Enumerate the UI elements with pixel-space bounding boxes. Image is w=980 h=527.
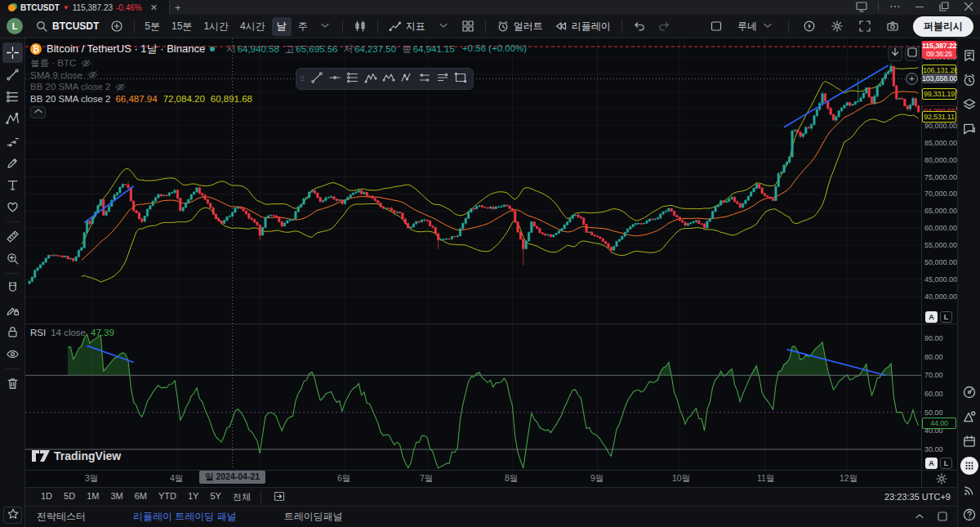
rectangle-icon[interactable] <box>452 70 470 88</box>
horizontal-line-icon[interactable] <box>326 70 344 88</box>
window-minimize-button[interactable] <box>908 0 931 15</box>
quick-search-button[interactable] <box>797 17 822 35</box>
timeframe-15분[interactable]: 15분 <box>167 17 197 36</box>
log-scale-button[interactable]: L <box>940 311 952 323</box>
long-position-icon[interactable] <box>416 70 434 88</box>
crosshair-tool[interactable] <box>2 42 23 63</box>
bottom-tab[interactable]: 전략테스터 <box>37 510 86 524</box>
clock-utc[interactable]: 23:23:35 UTC+9 <box>884 492 952 502</box>
range-전체[interactable]: 전체 <box>228 489 256 505</box>
short-position-icon[interactable] <box>434 70 452 88</box>
settings-button[interactable] <box>825 17 849 35</box>
drawing-lock-tool[interactable] <box>2 300 23 320</box>
range-6M[interactable]: 6M <box>130 489 152 505</box>
favorites-star-button[interactable] <box>3 507 22 524</box>
go-to-date-button[interactable] <box>273 489 286 504</box>
calendar-icon[interactable] <box>960 432 978 450</box>
timeframe-5분[interactable]: 5분 <box>140 17 165 36</box>
supercharts-icon[interactable] <box>960 383 978 401</box>
watchlist-icon[interactable] <box>960 47 978 65</box>
xabcd-pattern-tool[interactable] <box>2 109 23 129</box>
chat-icon[interactable] <box>960 120 978 138</box>
scroll-to-recent-button[interactable] <box>888 47 902 61</box>
symbol-search-button[interactable]: BTCUSDT <box>29 17 105 35</box>
bottom-tab[interactable]: 리플레이 트레이딩 패널 <box>133 510 237 524</box>
redo-button[interactable] <box>652 17 676 35</box>
brush-tool[interactable] <box>2 153 23 173</box>
axis-settings-gear-icon[interactable] <box>935 472 948 487</box>
screen-share-icon[interactable] <box>850 0 873 15</box>
remove-all-tool[interactable] <box>2 373 23 394</box>
trend-line-icon[interactable] <box>308 70 326 88</box>
eye-off-icon[interactable] <box>81 58 91 69</box>
grid-layout-button[interactable] <box>456 17 480 35</box>
tab-close-icon[interactable]: ✕ <box>145 2 163 13</box>
compare-symbol-button[interactable] <box>105 17 129 35</box>
measure-tool[interactable] <box>2 226 23 247</box>
rsi-auto-scale-button[interactable]: A <box>925 458 938 469</box>
range-3M[interactable]: 3M <box>105 489 127 505</box>
range-5Y[interactable]: 5Y <box>205 489 225 505</box>
window-restore-button[interactable] <box>933 0 956 15</box>
magnet-tool[interactable] <box>2 278 23 298</box>
indicators-button[interactable]: 지표 <box>383 17 431 36</box>
text-tool[interactable] <box>2 175 23 195</box>
hide-all-tool[interactable] <box>2 344 23 364</box>
maximize-pane-button[interactable] <box>905 47 920 61</box>
timeframe-주[interactable]: 주 <box>293 17 313 36</box>
timeframe-4시간[interactable]: 4시간 <box>235 17 270 36</box>
range-YTD[interactable]: YTD <box>154 489 181 505</box>
replay-button[interactable]: 리플레이 <box>549 17 617 36</box>
legend-collapse-button[interactable] <box>30 106 46 118</box>
range-5D[interactable]: 5D <box>59 489 80 505</box>
window-menu-button[interactable] <box>884 0 906 15</box>
new-tab-button[interactable]: + <box>170 2 186 14</box>
layout-button[interactable] <box>704 17 728 35</box>
emoji-tool[interactable] <box>2 197 23 217</box>
elliott-wave-icon[interactable] <box>380 70 398 88</box>
trend-line-tool[interactable] <box>2 65 23 85</box>
timeframe-날[interactable]: 날 <box>272 17 292 36</box>
fib-retracement-tool[interactable] <box>2 87 23 107</box>
symbol-title[interactable]: Bitcoin / TetherUS · 1날 · Binance <box>47 42 205 56</box>
chart-style-button[interactable] <box>348 17 372 35</box>
publish-button[interactable]: 퍼블리시 <box>913 16 973 37</box>
alert-button[interactable]: 얼러트 <box>491 17 549 36</box>
timeframe-1시간[interactable]: 1시간 <box>198 17 234 36</box>
panel-expand-chevron-icon[interactable] <box>913 510 926 525</box>
range-1Y[interactable]: 1Y <box>183 489 203 505</box>
indicator-row[interactable]: BB 20 SMA close 266,487.9472,084.2060,89… <box>30 93 527 104</box>
eye-off-icon[interactable] <box>87 69 98 80</box>
indicator-templates-button[interactable] <box>431 16 456 36</box>
rsi-log-scale-button[interactable]: L <box>940 458 952 469</box>
range-1M[interactable]: 1M <box>82 489 104 505</box>
auto-scale-button[interactable]: A <box>925 311 938 323</box>
layout-name-button[interactable]: 루네 <box>732 16 780 36</box>
broadcast-icon[interactable] <box>960 481 978 499</box>
zoom-in-tool[interactable] <box>2 248 23 269</box>
undo-button[interactable] <box>627 17 652 35</box>
apps-menu-icon[interactable] <box>960 457 978 475</box>
forecast-tool[interactable] <box>2 131 23 151</box>
alerts-icon[interactable] <box>960 71 978 89</box>
help-icon[interactable] <box>960 506 978 524</box>
fib-retracement-icon[interactable] <box>344 70 362 88</box>
pitchfork-icon[interactable] <box>362 70 380 88</box>
add-alert-plus-button[interactable]: + <box>906 73 918 85</box>
ideas-icon[interactable] <box>960 408 978 426</box>
lock-all-tool[interactable] <box>2 322 23 342</box>
window-close-button[interactable] <box>957 0 980 15</box>
floating-drawing-toolbar[interactable]: ⠿ <box>296 68 474 90</box>
fullscreen-button[interactable] <box>853 17 877 35</box>
eye-off-icon[interactable] <box>115 82 126 92</box>
range-1D[interactable]: 1D <box>36 489 57 505</box>
user-avatar[interactable]: L <box>7 18 23 34</box>
timeframe-more-button[interactable] <box>313 16 337 36</box>
snapshot-button[interactable] <box>880 17 905 35</box>
drag-handle-icon[interactable]: ⠿ <box>300 75 308 83</box>
abcd-pattern-icon[interactable] <box>398 70 416 88</box>
browser-tab[interactable]: BTCUSDT ▼ 115,387.23 -0.46% ✕ <box>0 0 170 15</box>
object-tree-icon[interactable] <box>960 96 978 114</box>
indicator-row[interactable]: 볼륨 · BTC <box>30 58 527 69</box>
rsi-legend[interactable]: RSI 14 close 47.39 <box>30 328 114 337</box>
